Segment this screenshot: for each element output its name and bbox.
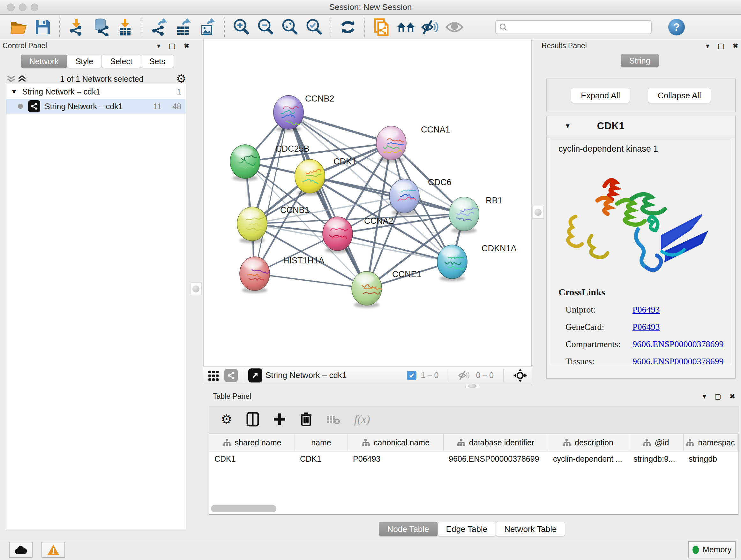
open-session-button[interactable]	[9, 18, 28, 37]
hscrollbar-thumb[interactable]	[211, 505, 276, 512]
tab-style[interactable]: Style	[67, 55, 102, 68]
table-cell[interactable]: CDK1	[209, 451, 295, 466]
zoom-fit-button[interactable]	[280, 18, 299, 37]
results-panel-close-icon[interactable]: ✖	[733, 43, 738, 50]
birdseye-view-icon[interactable]	[513, 368, 527, 382]
network-node-cdkn1a[interactable]: CDKN1A	[437, 244, 517, 281]
hidden-elements-icon[interactable]	[458, 370, 471, 381]
search-input[interactable]	[508, 21, 648, 33]
refresh-layout-button[interactable]	[339, 18, 357, 37]
network-node-rb1[interactable]: RB1	[449, 196, 502, 233]
delete-column-icon[interactable]	[300, 412, 312, 427]
table-cell[interactable]: stringdb	[684, 451, 738, 466]
save-session-button[interactable]	[33, 18, 52, 37]
tab-node-table[interactable]: Node Table	[379, 522, 438, 537]
node-table[interactable]: shared namenamecanonical namedatabase id…	[209, 434, 738, 515]
string-view-icon[interactable]	[224, 369, 238, 382]
network-node-hist1h1a[interactable]: HIST1H1A	[240, 256, 324, 293]
memory-button[interactable]: Memory	[688, 541, 736, 558]
toolbar-separator	[364, 17, 365, 37]
control-panel-close-icon[interactable]: ✖	[184, 43, 190, 50]
collection-expander-icon[interactable]: ▼	[11, 88, 17, 96]
import-network-file-button[interactable]	[67, 18, 86, 37]
table-cell[interactable]: cyclin-dependent ...	[548, 451, 628, 466]
zoom-selected-button[interactable]	[305, 18, 323, 37]
crosslink-link[interactable]: P06493	[632, 322, 660, 332]
results-panel-float-icon[interactable]: ▾	[706, 43, 710, 50]
column-header-canonical-name[interactable]: canonical name	[348, 434, 444, 451]
column-header-label: shared name	[235, 438, 281, 447]
warning-status-button[interactable]	[42, 542, 65, 558]
network-node-ccna1[interactable]: CCNA1	[376, 125, 450, 163]
network-collection-row[interactable]: ▼ String Network – cdk1 1	[6, 84, 186, 99]
expand-all-icon[interactable]	[17, 74, 27, 84]
table-gear-icon[interactable]: ⚙	[221, 413, 232, 426]
network-node-cdc6[interactable]: CDC6	[389, 178, 452, 215]
open-in-window-icon[interactable]	[248, 368, 262, 382]
column-header--id[interactable]: @id	[628, 434, 684, 451]
table-panel-float-icon[interactable]: ▾	[703, 393, 706, 400]
column-header-namespac[interactable]: namespac	[684, 434, 738, 451]
network-view-canvas[interactable]: CCNB2CCNA1CDC25BCDK1CDC6RB1CCNB1CCNA2CDK…	[203, 39, 532, 366]
table-cell[interactable]: 9606.ENSP00000378699	[444, 451, 548, 466]
crosslink-link[interactable]: 9606.ENSP00000378699	[632, 339, 724, 349]
tab-edge-table[interactable]: Edge Table	[437, 522, 496, 537]
collapse-all-icon[interactable]	[6, 74, 17, 84]
cloud-status-button[interactable]	[9, 542, 32, 558]
show-graphics-details-button[interactable]	[445, 18, 464, 37]
gene-description: cyclin-dependent kinase 1	[558, 144, 732, 154]
tab-select[interactable]: Select	[102, 55, 141, 68]
network-node-cdk1[interactable]: CDK1	[295, 157, 356, 196]
export-network-button[interactable]	[150, 18, 168, 37]
tab-sets[interactable]: Sets	[141, 55, 174, 68]
bottom-splitter-handle[interactable]	[465, 384, 479, 388]
column-header-description[interactable]: description	[548, 434, 628, 451]
network-row[interactable]: String Network – cdk1 11 48	[6, 99, 186, 114]
add-column-icon[interactable]	[273, 413, 286, 426]
zoom-in-button[interactable]	[232, 18, 251, 37]
gear-icon[interactable]: ⚙	[176, 73, 186, 84]
column-header-database-identifier[interactable]: database identifier	[444, 434, 548, 451]
import-table-button[interactable]	[116, 18, 134, 37]
hide-graphics-details-button[interactable]	[421, 18, 440, 37]
show-columns-icon[interactable]	[246, 412, 259, 427]
shared-column-icon	[686, 439, 694, 446]
control-panel-maximize-icon[interactable]: ▢	[169, 43, 176, 50]
selected-nodes-checkbox[interactable]	[407, 371, 416, 380]
import-network-database-button[interactable]	[91, 18, 110, 37]
tab-string[interactable]: String	[621, 54, 659, 67]
help-button[interactable]: ?	[668, 19, 685, 36]
expand-all-button[interactable]: Expand All	[571, 88, 630, 103]
node-label: CDK1	[333, 157, 356, 166]
column-header-shared-name[interactable]: shared name	[209, 434, 295, 451]
gene-expander-icon[interactable]: ▼	[564, 122, 571, 130]
crosslink-link[interactable]: 9606.ENSP00000378699	[632, 356, 724, 365]
network-node-ccne1[interactable]: CCNE1	[352, 269, 421, 308]
tab-network[interactable]: Network	[21, 55, 67, 68]
gene-section: ▼ CDK1 cyclin-dependent kinase 1	[546, 116, 736, 379]
table-cell[interactable]: stringdb:9...	[628, 451, 684, 466]
clone-network-button[interactable]	[373, 18, 391, 37]
table-panel-maximize-icon[interactable]: ▢	[715, 393, 721, 400]
export-image-button[interactable]	[198, 18, 217, 37]
table-row[interactable]: CDK1CDK1P064939606.ENSP00000378699cyclin…	[209, 451, 738, 466]
gene-section-header[interactable]: ▼ CDK1	[547, 116, 735, 136]
results-panel-maximize-icon[interactable]: ▢	[718, 43, 724, 50]
left-splitter-handle[interactable]	[190, 283, 202, 295]
table-cell[interactable]: CDK1	[295, 451, 348, 466]
grid-view-icon[interactable]	[208, 369, 220, 381]
zoom-out-button[interactable]	[256, 18, 275, 37]
crosslink-link[interactable]: P06493	[632, 305, 660, 315]
shared-column-icon	[643, 439, 651, 446]
control-panel-float-icon[interactable]: ▾	[157, 43, 160, 50]
houses-icon-button[interactable]	[397, 18, 415, 37]
search-icon	[499, 23, 508, 31]
export-table-button[interactable]	[174, 18, 192, 37]
tab-network-table[interactable]: Network Table	[495, 522, 565, 537]
crosslink-row: Tissues:9606.ENSP00000378699	[558, 356, 732, 365]
string-network-graph[interactable]: CCNB2CCNA1CDC25BCDK1CDC6RB1CCNB1CCNA2CDK…	[204, 39, 532, 366]
table-cell[interactable]: P06493	[348, 451, 444, 466]
column-header-name[interactable]: name	[295, 434, 348, 451]
collapse-all-button[interactable]: Collapse All	[648, 88, 711, 103]
table-panel-close-icon[interactable]: ✖	[730, 393, 735, 400]
